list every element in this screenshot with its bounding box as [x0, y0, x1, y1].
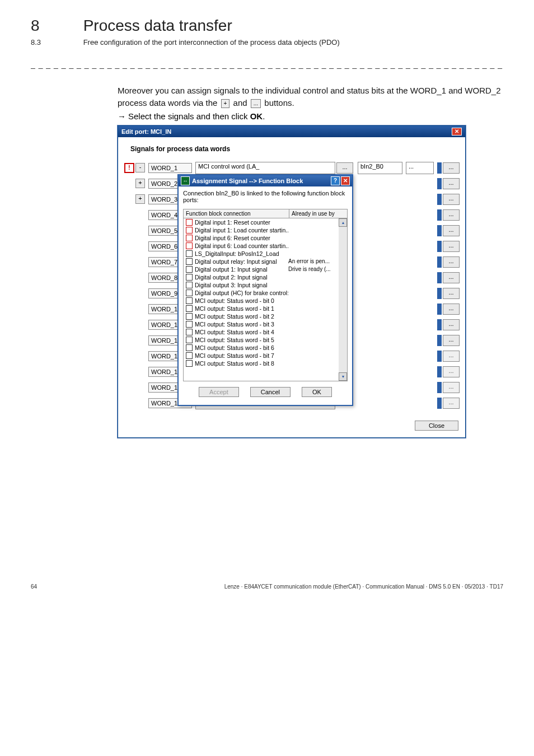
checkbox-icon[interactable] [186, 344, 193, 351]
checkbox-icon[interactable] [186, 352, 193, 359]
help-icon[interactable]: ? [331, 176, 340, 185]
word-1-extra[interactable]: ... [406, 162, 434, 174]
checkbox-icon[interactable] [186, 266, 193, 273]
titlebar[interactable]: Edit port: MCI_IN ✕ [118, 126, 465, 137]
list-item[interactable]: LS_DigitalInput: bPosIn12_Load [184, 250, 339, 258]
section-number: 8.3 [31, 38, 81, 46]
item-in-use [288, 274, 336, 281]
checkbox-icon[interactable] [186, 297, 193, 304]
row-browse-button[interactable]: ... [443, 162, 460, 174]
checkbox-icon[interactable] [186, 329, 193, 335]
list-item[interactable]: MCI output: Status word - bit 0 [184, 297, 339, 305]
checkbox-icon[interactable] [186, 274, 193, 281]
expand-button[interactable]: + [135, 194, 145, 204]
popup-close-icon[interactable]: ✕ [341, 176, 350, 185]
list-item[interactable]: Digital input 1: Load counter startin... [184, 226, 339, 234]
row-browse-button[interactable]: ... [443, 272, 460, 283]
footer-text: Lenze · E84AYCET communication module (E… [224, 584, 503, 590]
close-button[interactable]: Close [415, 421, 458, 431]
checkbox-icon[interactable] [186, 282, 193, 288]
item-in-use [288, 344, 336, 351]
col-in-use: Already in use by [289, 209, 347, 218]
item-label: Digital output 2: Input signal [195, 274, 288, 281]
popup-titlebar[interactable]: ↔ Assignment Signal --> Function Block ?… [179, 175, 352, 186]
checkbox-icon[interactable] [186, 258, 193, 265]
word-1-field[interactable]: MCI control word (LA_ [195, 162, 335, 174]
scroll-up-icon[interactable]: ▴ [339, 218, 347, 227]
checkbox-icon[interactable] [186, 305, 193, 312]
list-item[interactable]: MCI output: Status word - bit 5 [184, 336, 339, 344]
list-item[interactable]: Digital output relay: Input signalAn err… [184, 258, 339, 265]
checkbox-icon[interactable] [186, 219, 193, 226]
list-item[interactable]: MCI output: Status word - bit 6 [184, 344, 339, 352]
list-item[interactable]: Digital input 6: Load counter startin... [184, 242, 339, 250]
word-1-signal[interactable]: bIn2_B0 [358, 162, 402, 174]
checkbox-icon[interactable] [186, 242, 193, 249]
popup-list-header: Function block connection Already in use… [183, 209, 348, 218]
collapse-button[interactable]: - [135, 163, 145, 172]
item-label: MCI output: Status word - bit 6 [195, 344, 288, 351]
row-browse-button[interactable]: ... [443, 225, 460, 236]
list-item[interactable]: Digital output (HC) for brake control:..… [184, 289, 339, 297]
tip-line: →Select the signals and then click OK. [118, 111, 503, 121]
list-item[interactable]: Digital output 2: Input signal [184, 273, 339, 281]
item-in-use [288, 219, 336, 226]
row-browse-button[interactable]: ... [443, 241, 460, 252]
item-label: Digital output (HC) for brake control:..… [195, 290, 288, 296]
item-in-use [288, 352, 336, 359]
checkbox-icon[interactable] [186, 313, 193, 320]
list-item[interactable]: MCI output: Status word - bit 8 [184, 360, 339, 367]
para-text-3: buttons. [262, 98, 294, 108]
popup-list[interactable]: Digital input 1: Reset counterDigital in… [183, 218, 348, 381]
list-item[interactable]: Digital output 1: Input signalDrive is r… [184, 265, 339, 273]
cancel-button[interactable]: Cancel [250, 387, 291, 397]
checkbox-icon[interactable] [186, 337, 193, 343]
item-in-use [288, 290, 336, 296]
list-item[interactable]: Digital input 6: Reset counter [184, 234, 339, 242]
scroll-down-icon[interactable]: ▾ [339, 372, 347, 381]
row-browse-button[interactable]: ... [443, 178, 460, 189]
row-browse-button[interactable]: ... [443, 288, 460, 299]
expand-button[interactable]: + [135, 179, 145, 188]
row-browse-button[interactable]: ... [443, 382, 460, 393]
checkbox-icon[interactable] [186, 290, 193, 296]
end-marker [437, 241, 442, 252]
item-label: MCI output: Status word - bit 5 [195, 337, 288, 343]
close-icon[interactable]: ✕ [452, 128, 462, 136]
accept-button[interactable]: Accept [199, 387, 239, 397]
checkbox-icon[interactable] [186, 321, 193, 328]
list-item[interactable]: Digital input 1: Reset counter [184, 218, 339, 226]
row-browse-button[interactable]: ... [443, 335, 460, 346]
checkbox-icon[interactable] [186, 250, 193, 257]
col-function-block: Function block connection [184, 209, 289, 218]
item-in-use: An error is pen... [288, 258, 336, 265]
chapter-number: 8 [31, 17, 81, 35]
row-browse-button[interactable]: ... [443, 398, 460, 409]
list-item[interactable]: MCI output: Status word - bit 3 [184, 320, 339, 328]
item-label: Digital input 6: Reset counter [195, 235, 288, 241]
row-browse-button[interactable]: ... [443, 351, 460, 362]
list-item[interactable]: MCI output: Status word - bit 4 [184, 328, 339, 336]
list-item[interactable]: Digital output 3: Input signal [184, 281, 339, 289]
checkbox-icon[interactable] [186, 360, 193, 367]
row-browse-button[interactable]: ... [443, 304, 460, 315]
scrollbar[interactable]: ▴ ▾ [339, 218, 347, 381]
row-browse-button[interactable]: ... [443, 319, 460, 330]
page-number: 64 [31, 584, 37, 590]
ok-button[interactable]: OK [302, 387, 332, 397]
row-browse-button[interactable]: ... [443, 209, 460, 221]
item-label: MCI output: Status word - bit 0 [195, 297, 288, 304]
body-paragraph: Moreover you can assign signals to the i… [118, 85, 503, 109]
browse-button[interactable]: ... [336, 162, 353, 174]
row-browse-button[interactable]: ... [443, 256, 460, 268]
end-marker [437, 178, 442, 189]
checkbox-icon[interactable] [186, 227, 193, 234]
end-marker [437, 366, 442, 377]
list-item[interactable]: MCI output: Status word - bit 7 [184, 352, 339, 360]
checkbox-icon[interactable] [186, 235, 193, 241]
list-item[interactable]: MCI output: Status word - bit 1 [184, 305, 339, 312]
dots-inline-icon: ... [251, 99, 261, 108]
row-browse-button[interactable]: ... [443, 366, 460, 377]
row-browse-button[interactable]: ... [443, 194, 460, 205]
list-item[interactable]: MCI output: Status word - bit 2 [184, 312, 339, 320]
